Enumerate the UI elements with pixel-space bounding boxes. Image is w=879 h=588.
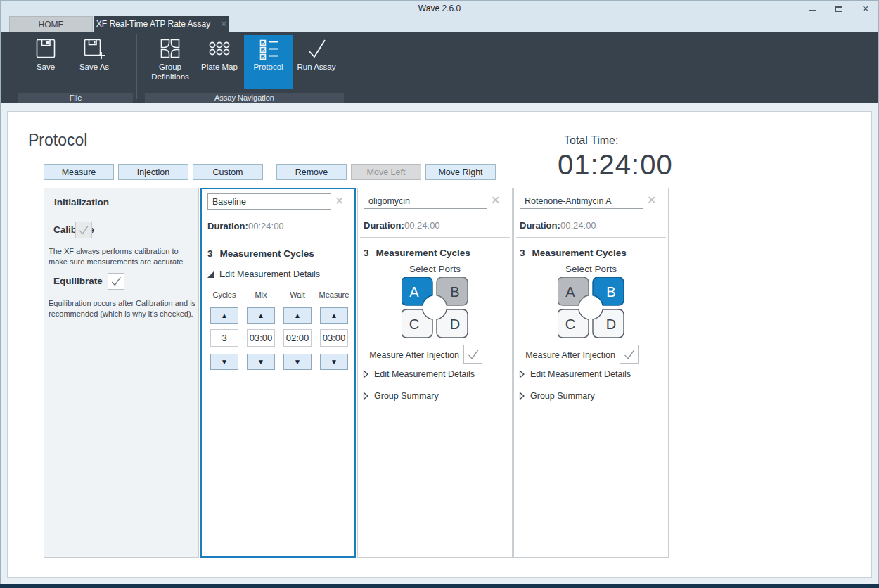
check-icon bbox=[109, 274, 123, 288]
wait-value-field[interactable]: 02:00 bbox=[283, 329, 312, 347]
ribbon-group-file: File bbox=[18, 93, 133, 103]
port-a-label: A bbox=[409, 284, 419, 300]
window-bottom-bar bbox=[0, 584, 879, 588]
port-a-label: A bbox=[565, 284, 575, 300]
check-icon bbox=[77, 223, 91, 237]
save-icon bbox=[32, 35, 60, 62]
expander-expanded-icon bbox=[207, 271, 214, 279]
edit-measurement-details-expander[interactable]: Edit Measurement Details bbox=[519, 369, 631, 379]
group-summary-expander[interactable]: Group Summary bbox=[519, 391, 595, 401]
protocol-label: Protocol bbox=[253, 62, 283, 72]
remove-step-icon[interactable]: ✕ bbox=[335, 194, 344, 207]
move-right-button[interactable]: Move Right bbox=[425, 164, 496, 180]
maximize-icon bbox=[835, 6, 842, 12]
run-assay-icon bbox=[302, 35, 331, 62]
remove-button[interactable]: Remove bbox=[276, 164, 347, 180]
save-as-icon bbox=[80, 35, 108, 62]
ribbon-group-assay-navigation: Assay Navigation bbox=[145, 93, 344, 103]
titlebar: Wave 2.6.0 ✕ bbox=[0, 0, 879, 15]
ribbon-separator bbox=[347, 34, 347, 99]
protocol-icon bbox=[255, 35, 283, 62]
edit-measurement-details-label: Edit Measurement Details bbox=[530, 369, 631, 379]
tab-home-label: HOME bbox=[39, 20, 64, 30]
select-ports-label: Select Ports bbox=[514, 264, 668, 274]
col-header-wait: Wait bbox=[282, 290, 313, 299]
measurement-cycles-row: 3Measurement Cycles bbox=[520, 248, 627, 258]
cycles-down-button[interactable]: ▼ bbox=[210, 354, 238, 370]
custom-button[interactable]: Custom bbox=[193, 164, 263, 180]
group-summary-expander[interactable]: Group Summary bbox=[363, 391, 439, 401]
move-left-button: Move Left bbox=[351, 164, 421, 180]
tab-close-icon[interactable]: ✕ bbox=[220, 19, 227, 29]
divider bbox=[516, 237, 666, 238]
cycles-up-button[interactable]: ▲ bbox=[210, 307, 238, 324]
measurement-cycles-label: Measurement Cycles bbox=[376, 248, 470, 258]
group-definitions-button[interactable]: Group Definitions bbox=[143, 35, 197, 121]
remove-step-icon[interactable]: ✕ bbox=[647, 193, 656, 207]
step-name-input[interactable] bbox=[207, 193, 331, 210]
edit-measurement-details-label: Edit Measurement Details bbox=[219, 269, 320, 279]
col-header-measure: Measure bbox=[319, 290, 349, 299]
mix-up-button[interactable]: ▲ bbox=[247, 307, 275, 324]
col-header-mix: Mix bbox=[245, 290, 276, 299]
duration-label: Duration: bbox=[520, 220, 560, 231]
group-definitions-label: Group Definitions bbox=[143, 62, 197, 82]
expander-collapsed-icon bbox=[519, 370, 525, 378]
save-label: Save bbox=[37, 62, 55, 72]
save-as-label: Save As bbox=[79, 62, 109, 72]
plate-map-label: Plate Map bbox=[201, 62, 238, 72]
port-c-label: C bbox=[409, 317, 419, 332]
measure-button[interactable]: Measure bbox=[44, 164, 114, 180]
group-summary-label: Group Summary bbox=[530, 391, 595, 401]
port-b-label: B bbox=[606, 284, 615, 300]
measure-up-button[interactable]: ▲ bbox=[320, 307, 348, 324]
window-border-left bbox=[0, 103, 1, 588]
mix-value-field[interactable]: 03:00 bbox=[247, 329, 275, 347]
measurement-cycles-count: 3 bbox=[520, 248, 525, 258]
equilibrate-label: Equilibrate bbox=[53, 276, 103, 286]
step-name-input[interactable] bbox=[364, 193, 487, 209]
tab-strip: HOME XF Real-Time ATP Rate Assay ✕ bbox=[0, 15, 879, 32]
edit-measurement-details-expander[interactable]: Edit Measurement Details bbox=[207, 269, 320, 279]
measure-after-injection-checkbox[interactable] bbox=[620, 345, 639, 364]
remove-step-icon[interactable]: ✕ bbox=[491, 193, 500, 207]
step-panel-oligomycin[interactable]: ✕ Duration: 00:24:00 3Measurement Cycles… bbox=[357, 188, 513, 558]
group-summary-label: Group Summary bbox=[374, 391, 439, 401]
tab-assay[interactable]: XF Real-Time ATP Rate Assay ✕ bbox=[94, 16, 229, 32]
wait-down-button[interactable]: ▼ bbox=[283, 354, 312, 370]
assay-navigation-group-label: Assay Navigation bbox=[214, 94, 274, 102]
injection-button[interactable]: Injection bbox=[118, 164, 188, 180]
plate-map-button[interactable]: Plate Map bbox=[198, 35, 240, 121]
edit-measurement-details-label: Edit Measurement Details bbox=[374, 369, 475, 379]
expander-collapsed-icon bbox=[519, 392, 525, 400]
step-name-input[interactable] bbox=[520, 193, 643, 209]
measure-after-injection-checkbox[interactable] bbox=[463, 345, 482, 364]
measure-value-field[interactable]: 03:00 bbox=[320, 329, 348, 347]
run-assay-button[interactable]: Run Assay bbox=[296, 35, 337, 121]
measurement-cycles-count: 3 bbox=[207, 248, 213, 259]
maximize-button[interactable] bbox=[835, 4, 843, 13]
measure-down-button[interactable]: ▼ bbox=[320, 354, 348, 370]
edit-measurement-details-expander[interactable]: Edit Measurement Details bbox=[363, 369, 475, 379]
duration-value: 00:24:00 bbox=[560, 220, 596, 231]
cycles-value-field[interactable]: 3 bbox=[210, 329, 238, 347]
check-icon bbox=[466, 347, 481, 362]
divider bbox=[360, 237, 510, 238]
tab-home[interactable]: HOME bbox=[9, 16, 93, 32]
duration-value: 00:24:00 bbox=[248, 221, 284, 231]
port-c-label: C bbox=[565, 317, 575, 332]
protocol-button[interactable]: Protocol bbox=[244, 35, 293, 89]
expander-collapsed-icon bbox=[363, 370, 369, 378]
close-button[interactable]: ✕ bbox=[861, 4, 870, 13]
wait-up-button[interactable]: ▲ bbox=[283, 307, 312, 324]
save-button[interactable]: Save bbox=[25, 35, 67, 121]
step-panel-rotenone-antimycin-a[interactable]: ✕ Duration: 00:24:00 3Measurement Cycles… bbox=[513, 188, 669, 558]
expander-collapsed-icon bbox=[363, 392, 369, 400]
equilibrate-checkbox[interactable] bbox=[108, 273, 124, 290]
minimize-button[interactable] bbox=[808, 4, 816, 13]
step-panel-baseline[interactable]: ✕ Duration: 00:24:00 3Measurement Cycles… bbox=[200, 188, 356, 558]
col-header-cycles: Cycles bbox=[209, 290, 240, 299]
port-b-label: B bbox=[450, 284, 459, 300]
mix-down-button[interactable]: ▼ bbox=[247, 354, 275, 370]
save-as-button[interactable]: Save As bbox=[73, 35, 115, 121]
